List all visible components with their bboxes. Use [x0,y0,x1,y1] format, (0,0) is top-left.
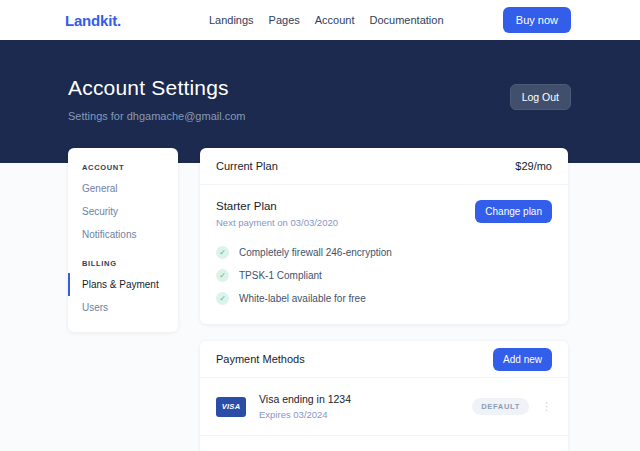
card-expiry-text: Expires 03/2024 [259,409,351,420]
table-row: VISA Visa ending in 1234 Expires 03/2024… [200,378,568,435]
kebab-menu-icon[interactable]: ⋮ [541,401,552,412]
nav-link-account[interactable]: Account [315,14,355,26]
plan-name: Starter Plan [216,200,338,212]
feature-label: Completely firewall 246-encryption [239,247,392,258]
list-item: ✓ Completely firewall 246-encryption [216,241,552,264]
nav-link-pages[interactable]: Pages [269,14,300,26]
feature-label: White-label available for free [239,293,366,304]
buy-now-button[interactable]: Buy now [503,7,571,33]
list-item: ✓ TPSK-1 Compliant [216,264,552,287]
sidebar-item-users[interactable]: Users [68,296,178,319]
feature-label: TPSK-1 Compliant [239,270,322,281]
card-title-text: Visa ending in 1234 [259,393,351,405]
payment-methods-title: Payment Methods [216,353,305,365]
current-plan-header: Current Plan $29/mo [200,148,568,185]
log-out-button[interactable]: Log Out [510,84,571,110]
add-new-button[interactable]: Add new [493,348,552,371]
next-payment-text: Next payment on 03/03/2020 [216,217,338,228]
plan-summary: Starter Plan Next payment on 03/03/2020 … [200,185,568,230]
sidebar-item-plans-payment[interactable]: Plans & Payment [68,273,178,296]
hero-text: Account Settings Settings for dhgamache@… [68,76,245,122]
visa-card-icon: VISA [216,397,246,417]
current-plan-title: Current Plan [216,160,278,172]
plan-info: Starter Plan Next payment on 03/03/2020 [216,200,338,228]
current-plan-card: Current Plan $29/mo Starter Plan Next pa… [200,148,568,324]
payment-methods-card: Payment Methods Add new VISA Visa ending… [200,341,568,451]
sidebar-heading-account: ACCOUNT [68,163,178,172]
nav-link-documentation[interactable]: Documentation [370,14,444,26]
nav-links: Landings Pages Account Documentation [209,14,444,26]
sidebar-item-security[interactable]: Security [68,200,178,223]
card-info: Visa ending in 1234 Expires 03/2024 [259,393,351,420]
check-icon: ✓ [216,246,229,259]
brand-logo[interactable]: Landkit. [65,12,121,29]
settings-sidebar: ACCOUNT General Security Notifications B… [68,148,178,332]
top-navbar: Landkit. Landings Pages Account Document… [0,0,640,40]
payment-methods-header: Payment Methods Add new [200,341,568,378]
check-icon: ✓ [216,292,229,305]
page-subtitle: Settings for dhgamache@gmail.com [68,110,245,122]
change-plan-button[interactable]: Change plan [475,200,552,223]
check-icon: ✓ [216,269,229,282]
sidebar-item-notifications[interactable]: Notifications [68,223,178,246]
plan-price: $29/mo [515,160,552,172]
main-content: Current Plan $29/mo Starter Plan Next pa… [200,148,568,451]
sidebar-item-general[interactable]: General [68,177,178,200]
table-row: Mastercard ending in 1234 ⋮ [200,435,568,451]
page-title: Account Settings [68,76,245,100]
default-badge: DEFAULT [472,398,529,415]
hero-banner: Account Settings Settings for dhgamache@… [0,40,640,163]
list-item: ✓ White-label available for free [216,287,552,310]
plan-feature-list: ✓ Completely firewall 246-encryption ✓ T… [200,230,568,324]
nav-link-landings[interactable]: Landings [209,14,254,26]
sidebar-heading-billing: BILLING [68,259,178,268]
